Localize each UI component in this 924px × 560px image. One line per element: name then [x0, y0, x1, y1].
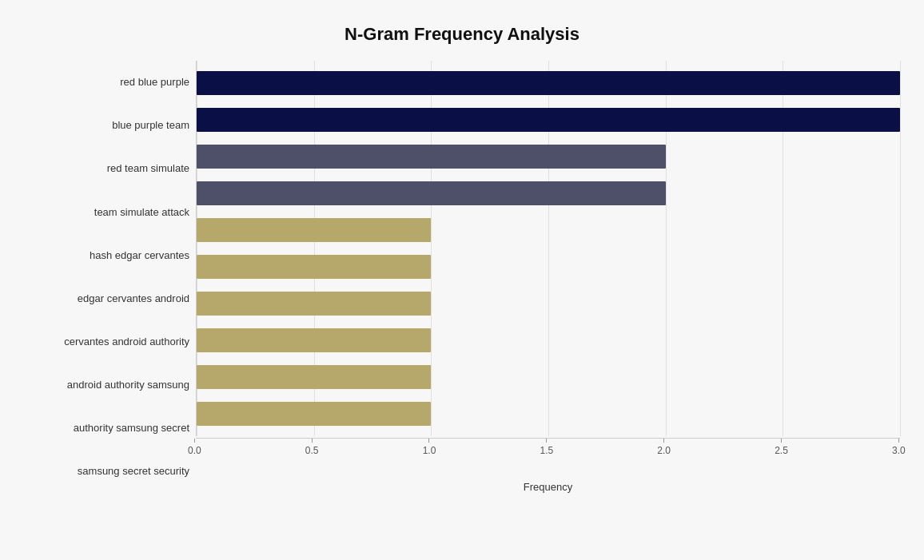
x-axis-title: Frequency [196, 481, 900, 493]
bar-row [197, 325, 900, 355]
x-tick-line [194, 439, 195, 443]
bar-row [197, 215, 900, 245]
bar-row [197, 362, 900, 392]
bar-row [197, 288, 900, 319]
y-label: red blue purple [120, 76, 189, 89]
y-label: authority samsung secret [74, 422, 189, 435]
x-tick-label: 3.0 [892, 445, 906, 456]
chart-area: red blue purpleblue purple teamred team … [24, 61, 900, 493]
chart-container: N-Gram Frequency Analysis red blue purpl… [0, 0, 924, 560]
x-tick: 1.0 [423, 439, 436, 456]
x-tick-line [546, 439, 547, 443]
y-label: hash edgar cervantes [90, 249, 189, 262]
bar [197, 218, 431, 242]
y-label: samsung secret security [78, 465, 189, 478]
bar-row [197, 178, 900, 209]
y-label: blue purple team [112, 119, 189, 132]
bar-row [197, 399, 900, 429]
y-label: android authority samsung [67, 379, 189, 391]
x-tick-label: 0.5 [305, 445, 319, 456]
bar [197, 145, 666, 169]
grid-line [900, 61, 901, 436]
x-tick-line [312, 439, 313, 443]
bar [197, 292, 431, 316]
x-tick-line [781, 439, 782, 443]
bar-row [197, 141, 900, 172]
y-label: red team simulate [107, 162, 189, 175]
x-tick: 0.5 [305, 439, 319, 456]
y-axis-labels: red blue purpleblue purple teamred team … [24, 61, 196, 493]
x-tick: 1.5 [540, 439, 554, 456]
x-tick: 2.0 [657, 439, 671, 456]
x-tick-label: 2.0 [657, 445, 671, 456]
bar-row [197, 68, 900, 98]
chart-title: N-Gram Frequency Analysis [24, 16, 900, 45]
bar [197, 108, 900, 132]
bars-area [196, 61, 900, 436]
x-tick-label: 0.0 [188, 445, 201, 456]
bars-and-xaxis: 0.00.51.01.52.02.53.0 Frequency [196, 61, 900, 493]
bar [197, 328, 431, 352]
bar [197, 365, 431, 389]
x-tick-label: 1.5 [540, 445, 554, 456]
bar-row [197, 105, 900, 135]
x-tick: 3.0 [892, 439, 906, 456]
x-tick-line [898, 439, 899, 443]
x-tick-line [428, 439, 429, 443]
x-tick-line [663, 439, 664, 443]
bar [197, 255, 431, 279]
y-label: cervantes android authority [64, 336, 189, 348]
x-tick-label: 2.5 [775, 445, 788, 456]
x-axis: 0.00.51.01.52.02.53.0 [196, 438, 900, 478]
bar [197, 71, 900, 95]
x-tick-label: 1.0 [423, 445, 436, 456]
y-label: team simulate attack [94, 206, 189, 219]
y-label: edgar cervantes android [78, 292, 189, 305]
bar [197, 181, 666, 205]
bar [197, 402, 431, 426]
x-tick: 0.0 [188, 439, 201, 456]
bar-row [197, 252, 900, 282]
x-tick: 2.5 [775, 439, 788, 456]
